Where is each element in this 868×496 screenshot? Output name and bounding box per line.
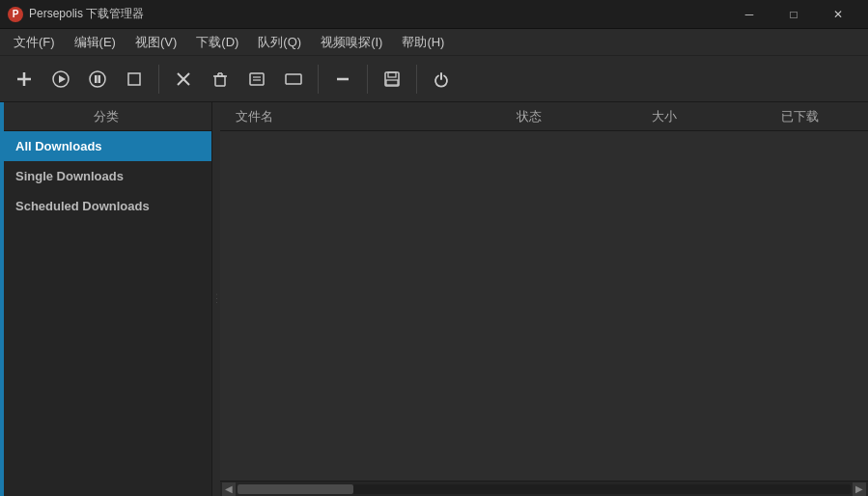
svg-point-4 [90, 71, 105, 87]
minimize-button[interactable]: ─ [727, 0, 771, 29]
sidebar-header: 分类 [0, 102, 211, 131]
toolbar-sep-2 [318, 65, 319, 94]
menu-queue[interactable]: 队列(Q) [248, 30, 311, 55]
svg-rect-18 [286, 74, 301, 84]
menu-download[interactable]: 下载(D) [186, 30, 248, 55]
sidebar-item-scheduled-downloads[interactable]: Scheduled Downloads [0, 191, 211, 221]
sidebar-item-single-downloads[interactable]: Single Downloads [0, 161, 211, 191]
table-body [220, 131, 868, 481]
app-title: Persepolis 下载管理器 [29, 6, 144, 22]
toolbar [0, 56, 868, 102]
content-area: 文件名 状态 大小 已下载 ◀ ▶ [220, 102, 868, 496]
col-header-downloaded: 已下载 [732, 108, 868, 125]
svg-rect-7 [128, 73, 140, 85]
power-button[interactable] [425, 63, 458, 96]
save-button[interactable] [376, 63, 408, 96]
svg-marker-3 [59, 75, 66, 83]
scroll-thumb[interactable] [238, 484, 353, 494]
trash-button[interactable] [204, 63, 237, 96]
delete-button[interactable] [167, 63, 200, 96]
scroll-track[interactable] [238, 484, 851, 494]
sidebar-item-all-downloads[interactable]: All Downloads [0, 131, 211, 161]
app-icon: P [8, 7, 23, 22]
add-button[interactable] [8, 63, 41, 96]
menu-view[interactable]: 视图(V) [126, 30, 186, 55]
sidebar: 分类 All Downloads Single Downloads Schedu… [0, 102, 212, 496]
menu-bar: 文件(F) 编辑(E) 视图(V) 下载(D) 队列(Q) 视频嗅探(I) 帮助… [0, 29, 868, 56]
col-header-status: 状态 [461, 108, 597, 125]
window-controls: ─ □ ✕ [727, 0, 860, 29]
toolbar-sep-4 [416, 65, 417, 94]
scroll-right-arrow[interactable]: ▶ [853, 482, 866, 496]
menu-video-sniff[interactable]: 视频嗅探(I) [311, 30, 392, 55]
play-button[interactable] [44, 63, 77, 96]
menu-help[interactable]: 帮助(H) [392, 30, 454, 55]
svg-rect-10 [215, 76, 225, 86]
svg-rect-20 [385, 72, 399, 86]
preview-button[interactable] [277, 63, 310, 96]
svg-rect-6 [98, 75, 101, 83]
resize-divider[interactable]: ··· [212, 102, 220, 496]
main-area: 分类 All Downloads Single Downloads Schedu… [0, 102, 868, 496]
col-header-size: 大小 [597, 108, 733, 125]
svg-rect-22 [386, 80, 398, 85]
properties-button[interactable] [240, 63, 273, 96]
stop-button[interactable] [118, 63, 151, 96]
close-button[interactable]: ✕ [816, 0, 860, 29]
menu-file[interactable]: 文件(F) [4, 30, 65, 55]
menu-edit[interactable]: 编辑(E) [65, 30, 126, 55]
svg-rect-15 [250, 73, 264, 85]
toolbar-sep-1 [158, 65, 159, 94]
left-accent [0, 102, 4, 496]
svg-rect-5 [95, 75, 98, 83]
app-icon-letter: P [13, 9, 19, 19]
horizontal-scrollbar: ◀ ▶ [220, 481, 868, 496]
toolbar-sep-3 [367, 65, 368, 94]
table-header: 文件名 状态 大小 已下载 [220, 102, 868, 131]
scroll-left-arrow[interactable]: ◀ [222, 482, 236, 496]
title-bar-left: P Persepolis 下载管理器 [8, 6, 144, 22]
title-bar: P Persepolis 下载管理器 ─ □ ✕ [0, 0, 868, 29]
col-header-filename: 文件名 [220, 108, 461, 125]
minus-button[interactable] [326, 63, 359, 96]
pause-button[interactable] [81, 63, 114, 96]
maximize-button[interactable]: □ [771, 0, 816, 29]
